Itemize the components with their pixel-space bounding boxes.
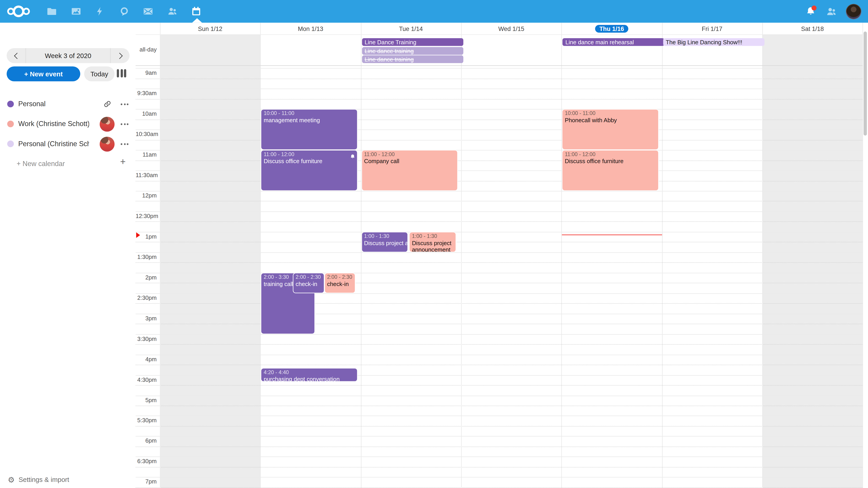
current-time-line	[562, 234, 662, 235]
all-day-event[interactable]: Line dance main rehearsal	[563, 38, 664, 46]
time-axis-label: 7pm	[135, 478, 157, 485]
settings-import-button[interactable]: ⚙ Settings & import	[8, 476, 69, 484]
day-header[interactable]: Sun 1/12	[160, 23, 260, 34]
calendar-list-item[interactable]: Personal	[0, 95, 135, 113]
time-grid-line	[135, 191, 863, 191]
activity-icon[interactable]	[88, 0, 112, 23]
time-axis-label: 10am	[135, 110, 157, 117]
time-grid-line	[135, 150, 863, 151]
time-grid-line	[135, 129, 863, 130]
header-separator	[135, 34, 863, 35]
calendar-actions-menu-icon[interactable]	[120, 120, 129, 128]
event-title: Discuss office furniture	[565, 158, 656, 165]
time-grid-line	[135, 140, 863, 140]
calendar-event[interactable]: 11:00 - 12:00Discuss office furniture	[261, 150, 358, 191]
all-day-event[interactable]: The Big Line Dancing Show!!!	[663, 38, 765, 46]
day-header-today[interactable]: Thu 1/16	[561, 23, 662, 34]
day-column-border	[662, 23, 662, 488]
day-header[interactable]: Mon 1/13	[260, 23, 361, 34]
new-calendar-button[interactable]: + New calendar	[17, 160, 65, 168]
all-day-event[interactable]: Line Dance Training	[362, 38, 463, 46]
time-axis-label: 11:30am	[135, 171, 157, 178]
day-column-border	[762, 23, 763, 488]
weekend-shading	[762, 34, 863, 488]
contacts-menu-icon[interactable]	[825, 5, 838, 18]
previous-week-button[interactable]	[6, 48, 26, 63]
calendar-list-item[interactable]: Work (Christine Schott)	[0, 115, 135, 133]
time-grid-line	[135, 303, 863, 304]
all-day-event[interactable]: Line dance training	[362, 56, 463, 63]
week-label[interactable]: Week 3 of 2020	[26, 52, 110, 59]
calendar-actions-menu-icon[interactable]	[120, 140, 129, 148]
plus-icon[interactable]: +	[120, 157, 125, 168]
mail-icon[interactable]	[136, 0, 160, 23]
all-day-event[interactable]: Line dance training	[362, 47, 463, 55]
talk-icon[interactable]	[112, 0, 136, 23]
view-switcher-button[interactable]	[117, 69, 126, 77]
time-axis-label: 12pm	[135, 192, 157, 199]
time-grid-line	[135, 344, 863, 345]
time-grid-line	[135, 457, 863, 457]
calendar-event[interactable]: 11:00 - 12:00Company call	[361, 150, 458, 191]
day-column-border	[160, 23, 160, 488]
time-grid-line	[135, 109, 863, 109]
time-grid-line	[135, 447, 863, 447]
day-column-border	[863, 23, 863, 488]
time-grid-line	[135, 436, 863, 437]
event-title: Discuss project announcement	[364, 239, 405, 247]
calendar-owner-avatar	[100, 136, 115, 151]
time-axis-label: 3pm	[135, 315, 157, 321]
notifications-bell-icon[interactable]	[804, 5, 817, 18]
calendar-actions-menu-icon[interactable]	[120, 100, 129, 108]
sidebar: Week 3 of 2020 + New event Today Persona…	[0, 23, 135, 488]
calendar-event[interactable]: 1:00 - 1:30Discuss project announcement	[409, 232, 456, 252]
day-header[interactable]: Tue 1/14	[361, 23, 461, 34]
day-header[interactable]: Sat 1/18	[762, 23, 863, 34]
event-time: 10:00 - 11:00	[264, 110, 355, 117]
event-title: Discuss office furniture	[264, 158, 355, 165]
time-axis-label: 3:30pm	[135, 335, 157, 341]
calendar-event[interactable]: 10:00 - 11:00management meeting	[261, 109, 358, 150]
time-grid-line	[135, 119, 863, 120]
calendar-name: Personal (Christine Scho...	[18, 140, 89, 148]
calendar-event[interactable]: 10:00 - 11:00Phonecall with Abby	[562, 109, 659, 150]
next-week-button[interactable]	[110, 48, 129, 63]
user-avatar[interactable]	[846, 4, 862, 19]
nextcloud-logo[interactable]	[7, 4, 34, 18]
calendar-event[interactable]: 2:00 - 2:30check-in	[324, 273, 355, 293]
photos-icon[interactable]	[64, 0, 88, 23]
app-menu	[40, 0, 209, 23]
today-button[interactable]: Today	[84, 66, 115, 81]
day-header[interactable]: Wed 1/15	[461, 23, 561, 34]
event-time: 11:00 - 12:00	[264, 151, 355, 158]
calendar-list-item[interactable]: Personal (Christine Scho...	[0, 134, 135, 153]
day-column-border	[361, 23, 361, 488]
event-time: 10:00 - 11:00	[565, 110, 656, 117]
event-time: 1:00 - 1:30	[364, 233, 405, 239]
event-title: purchasing dept conversation	[264, 376, 355, 382]
calendar-event[interactable]: 11:00 - 12:00Discuss office furniture	[562, 150, 659, 191]
time-grid-line	[135, 252, 863, 253]
day-column-border	[461, 23, 462, 488]
weekend-shading	[160, 34, 260, 488]
active-app-indicator	[192, 18, 202, 23]
files-icon[interactable]	[40, 0, 64, 23]
time-axis-label: 4pm	[135, 356, 157, 362]
time-grid-line	[135, 273, 863, 273]
share-link-icon[interactable]	[100, 96, 115, 111]
allday-separator	[135, 65, 863, 66]
top-bar-right	[804, 0, 862, 23]
time-axis-label: 2pm	[135, 274, 157, 281]
day-header[interactable]: Fri 1/17	[662, 23, 762, 34]
notification-dot	[811, 5, 816, 10]
vertical-scrollbar[interactable]	[864, 32, 867, 135]
calendar-event[interactable]: 4:20 - 4:40purchasing dept conversation	[261, 368, 358, 382]
time-grid-line	[135, 395, 863, 396]
time-grid-line	[135, 283, 863, 283]
calendar-event[interactable]: 1:00 - 1:30Discuss project announcement	[361, 232, 408, 252]
new-event-button[interactable]: + New event	[6, 66, 80, 81]
time-grid-line	[135, 232, 863, 232]
contacts-icon[interactable]	[160, 0, 184, 23]
time-axis-label: 4:30pm	[135, 376, 157, 383]
calendar-event[interactable]: 2:00 - 2:30check-in	[293, 273, 324, 293]
